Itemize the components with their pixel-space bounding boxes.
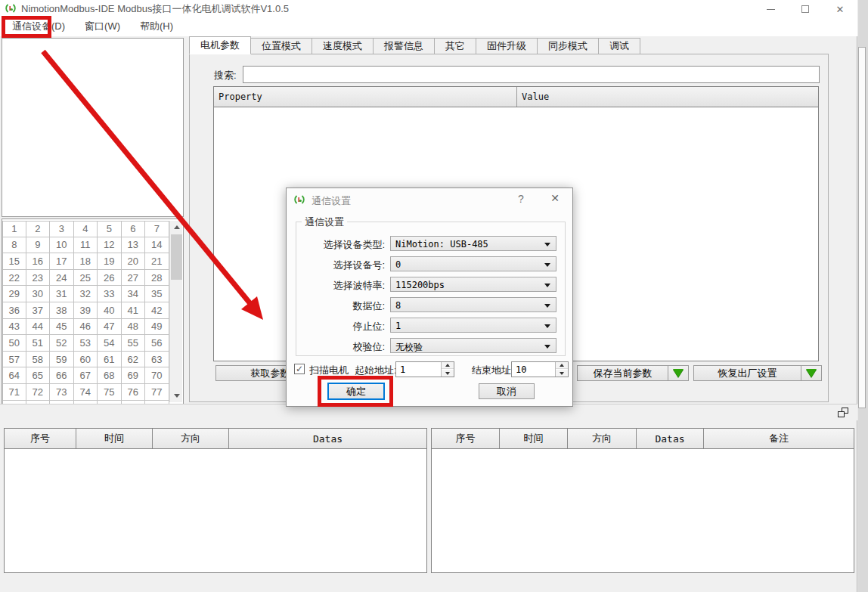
node-cell[interactable]: 54	[98, 335, 122, 352]
scroll-up-icon[interactable]	[170, 221, 183, 234]
node-cell[interactable]: 2	[26, 221, 51, 237]
node-cell[interactable]: 70	[145, 367, 169, 384]
combo-baud-rate[interactable]: 115200bps	[390, 277, 556, 292]
node-cell[interactable]: 76	[122, 384, 146, 401]
minimize-button[interactable]	[753, 0, 788, 18]
node-cell[interactable]: 65	[26, 367, 51, 384]
node-cell[interactable]: 16	[26, 253, 51, 270]
node-cell[interactable]: 77	[145, 384, 169, 401]
node-cell[interactable]: 41	[122, 302, 146, 319]
node-cell[interactable]: 9	[26, 237, 51, 254]
search-input[interactable]	[243, 66, 820, 83]
tab-4[interactable]: 报警信息	[374, 38, 435, 54]
scrollbar-thumb[interactable]	[171, 234, 182, 280]
node-cell[interactable]: 53	[74, 335, 98, 352]
node-cell[interactable]: 68	[98, 367, 122, 384]
device-tree-panel[interactable]	[2, 38, 184, 217]
node-cell[interactable]: 42	[145, 302, 169, 319]
node-cell[interactable]: 5	[98, 221, 122, 237]
node-cell[interactable]: 31	[50, 286, 74, 302]
ok-button[interactable]: 确定	[327, 383, 385, 400]
node-cell[interactable]: 22	[2, 270, 26, 287]
node-cell[interactable]: 44	[26, 319, 51, 336]
node-cell[interactable]: 33	[98, 286, 122, 302]
node-cell[interactable]: 66	[50, 367, 74, 384]
combo-device-type[interactable]: NiMotion: USB-485	[390, 236, 556, 251]
tab-2[interactable]: 位置模式	[251, 38, 312, 54]
menu-item-2[interactable]: 窗口(W)	[76, 17, 129, 36]
node-cell[interactable]: 47	[98, 319, 122, 336]
dialog-help-button[interactable]: ?	[513, 193, 529, 208]
node-cell[interactable]: 61	[98, 352, 122, 368]
log-table-right[interactable]: 序号时间方向Datas备注	[431, 428, 854, 573]
menu-item-3[interactable]: 帮助(H)	[131, 17, 182, 36]
node-cell[interactable]: 62	[122, 352, 146, 368]
node-cell[interactable]: 39	[74, 302, 98, 319]
scan-motor-checkbox[interactable]: ✓	[294, 364, 305, 374]
tab-8[interactable]: 调试	[599, 38, 640, 54]
node-cell[interactable]: 63	[145, 352, 169, 368]
node-cell[interactable]: 75	[98, 384, 122, 401]
node-cell[interactable]: 58	[26, 352, 51, 368]
node-cell[interactable]: 4	[74, 221, 98, 237]
node-cell[interactable]: 30	[26, 286, 51, 302]
float-dock-icon[interactable]	[838, 408, 848, 417]
node-cell[interactable]: 26	[98, 270, 122, 287]
node-cell[interactable]: 36	[2, 302, 26, 319]
node-cell[interactable]: 21	[145, 253, 169, 270]
node-cell[interactable]: 3	[50, 221, 74, 237]
node-cell[interactable]: 38	[50, 302, 74, 319]
factory-reset-dropdown-button[interactable]	[801, 365, 822, 381]
node-cell[interactable]: 43	[2, 319, 26, 336]
node-cell[interactable]: 50	[2, 335, 26, 352]
node-cell[interactable]: 59	[50, 352, 74, 368]
stepper-down-icon[interactable]	[556, 370, 568, 377]
node-cell[interactable]: 28	[145, 270, 169, 287]
end-address-stepper[interactable]: 10	[511, 361, 569, 377]
node-cell[interactable]: 64	[2, 367, 26, 384]
save-params-button[interactable]: 保存当前参数	[577, 365, 668, 381]
combo-data-bits[interactable]: 8	[390, 297, 556, 312]
node-cell[interactable]: 49	[145, 319, 169, 336]
node-cell[interactable]: 73	[50, 384, 74, 401]
node-cell[interactable]: 25	[74, 270, 98, 287]
node-cell[interactable]: 20	[122, 253, 146, 270]
node-cell[interactable]: 46	[74, 319, 98, 336]
node-cell[interactable]: 52	[50, 335, 74, 352]
node-cell[interactable]: 18	[74, 253, 98, 270]
node-cell[interactable]: 17	[50, 253, 74, 270]
tab-3[interactable]: 速度模式	[312, 38, 374, 54]
node-cell[interactable]: 8	[2, 237, 26, 254]
node-cell[interactable]: 71	[2, 384, 26, 401]
start-address-stepper[interactable]: 1	[395, 361, 454, 377]
node-cell[interactable]: 34	[122, 286, 146, 302]
node-cell[interactable]: 19	[98, 253, 122, 270]
stepper-up-icon[interactable]	[442, 362, 454, 369]
node-cell[interactable]: 15	[2, 253, 26, 270]
dialog-titlebar[interactable]: 通信设置 ? ✕	[287, 188, 572, 211]
tab-5[interactable]: 其它	[435, 38, 476, 54]
close-button[interactable]: ✕	[823, 0, 857, 18]
cancel-button[interactable]: 取消	[479, 383, 535, 399]
tab-1[interactable]: 电机参数	[189, 36, 251, 54]
node-cell[interactable]: 67	[74, 367, 98, 384]
node-cell[interactable]: 40	[98, 302, 122, 319]
node-cell[interactable]: 11	[74, 237, 98, 254]
node-cell[interactable]: 69	[122, 367, 146, 384]
node-cell[interactable]: 60	[74, 352, 98, 368]
node-cell[interactable]: 1	[2, 221, 26, 237]
node-cell[interactable]: 51	[26, 335, 51, 352]
node-cell[interactable]: 45	[50, 319, 74, 336]
node-cell[interactable]: 7	[145, 221, 169, 237]
node-cell[interactable]: 10	[50, 237, 74, 254]
combo-parity[interactable]: 无校验	[390, 338, 556, 353]
node-cell[interactable]: 23	[26, 270, 51, 287]
node-cell[interactable]: 37	[26, 302, 51, 319]
node-cell[interactable]: 72	[26, 384, 51, 401]
stepper-down-icon[interactable]	[442, 370, 454, 377]
node-cell[interactable]: 32	[74, 286, 98, 302]
node-cell[interactable]: 13	[122, 237, 146, 254]
combo-stop-bits[interactable]: 1	[390, 318, 556, 333]
menu-item-1[interactable]: 通信设备(D)	[3, 17, 74, 36]
tab-6[interactable]: 固件升级	[476, 38, 538, 54]
